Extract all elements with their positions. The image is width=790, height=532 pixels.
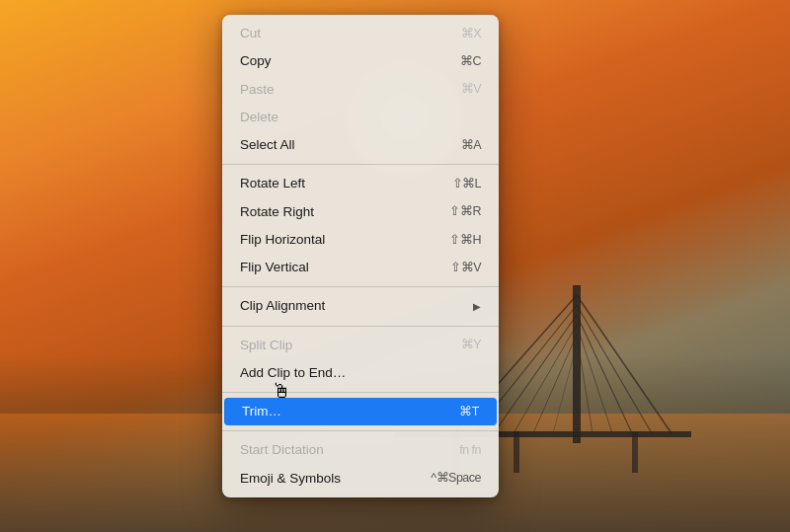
- menu-label-cut: Cut: [240, 24, 261, 43]
- menu-label-paste: Paste: [240, 80, 275, 100]
- menu-separator: [222, 430, 499, 431]
- menu-separator: [222, 286, 499, 287]
- menu-label-select-all: Select All: [240, 135, 295, 155]
- shortcut-select-all: ⌘A: [461, 136, 481, 155]
- shortcut-flip-vertical: ⇧⌘V: [450, 259, 481, 277]
- menu-label-flip-vertical: Flip Vertical: [240, 258, 309, 277]
- menu-item-delete[interactable]: Delete: [222, 104, 499, 131]
- svg-line-5: [533, 335, 577, 433]
- svg-rect-14: [514, 431, 519, 473]
- shortcut-trim: ⌘T: [459, 403, 479, 421]
- menu-separator: [222, 326, 499, 327]
- menu-label-rotate-left: Rotate Left: [240, 174, 305, 193]
- svg-line-9: [577, 315, 632, 433]
- svg-rect-15: [632, 431, 638, 473]
- shortcut-rotate-right: ⇧⌘R: [449, 202, 481, 221]
- menu-label-trim: Trim…: [242, 402, 281, 421]
- menu-label-delete: Delete: [240, 108, 278, 127]
- menu-item-clip-alignment[interactable]: Clip Alignment▶: [222, 292, 499, 320]
- menu-item-add-clip-to-end[interactable]: Add Clip to End…: [222, 359, 499, 387]
- shortcut-flip-horizontal: ⇧⌘H: [449, 231, 481, 250]
- menu-separator: [222, 164, 499, 165]
- menu-label-emoji-symbols: Emoji & Symbols: [240, 469, 341, 489]
- menu-label-split-clip: Split Clip: [240, 336, 292, 355]
- menu-label-add-clip-to-end: Add Clip to End…: [240, 363, 346, 383]
- menu-label-start-dictation: Start Dictation: [240, 440, 324, 460]
- menu-label-clip-alignment: Clip Alignment: [240, 296, 325, 316]
- menu-item-emoji-symbols[interactable]: Emoji & Symbols^⌘Space: [222, 465, 499, 493]
- shortcut-cut: ⌘X: [461, 25, 481, 43]
- menu-item-paste[interactable]: Paste⌘V: [222, 76, 499, 104]
- menu-item-flip-horizontal[interactable]: Flip Horizontal⇧⌘H: [222, 226, 499, 254]
- menu-label-flip-horizontal: Flip Horizontal: [240, 230, 325, 250]
- svg-line-7: [577, 295, 672, 433]
- shortcut-rotate-left: ⇧⌘L: [452, 175, 481, 193]
- menu-item-trim[interactable]: Trim…⌘T: [224, 398, 497, 425]
- menu-item-rotate-right[interactable]: Rotate Right⇧⌘R: [222, 198, 499, 226]
- shortcut-copy: ⌘C: [460, 52, 481, 71]
- shortcut-start-dictation: fn fn: [459, 441, 481, 460]
- submenu-arrow-icon: ▶: [473, 299, 481, 314]
- menu-item-split-clip[interactable]: Split Clip⌘Y: [222, 332, 499, 359]
- shortcut-emoji-symbols: ^⌘Space: [431, 469, 481, 488]
- svg-line-8: [577, 305, 652, 433]
- menu-item-flip-vertical[interactable]: Flip Vertical⇧⌘V: [222, 254, 499, 281]
- menu-item-copy[interactable]: Copy⌘C: [222, 47, 499, 75]
- menu-separator: [222, 392, 499, 393]
- menu-label-rotate-right: Rotate Right: [240, 202, 314, 222]
- shortcut-split-clip: ⌘Y: [461, 336, 481, 354]
- menu-item-rotate-left[interactable]: Rotate Left⇧⌘L: [222, 170, 499, 197]
- context-menu: Cut⌘XCopy⌘CPaste⌘VDeleteSelect All⌘ARota…: [222, 15, 499, 497]
- menu-item-cut[interactable]: Cut⌘X: [222, 20, 499, 47]
- menu-item-start-dictation[interactable]: Start Dictationfn fn: [222, 436, 499, 464]
- shortcut-paste: ⌘V: [461, 80, 481, 99]
- menu-label-copy: Copy: [240, 51, 272, 71]
- menu-item-select-all[interactable]: Select All⌘A: [222, 131, 499, 159]
